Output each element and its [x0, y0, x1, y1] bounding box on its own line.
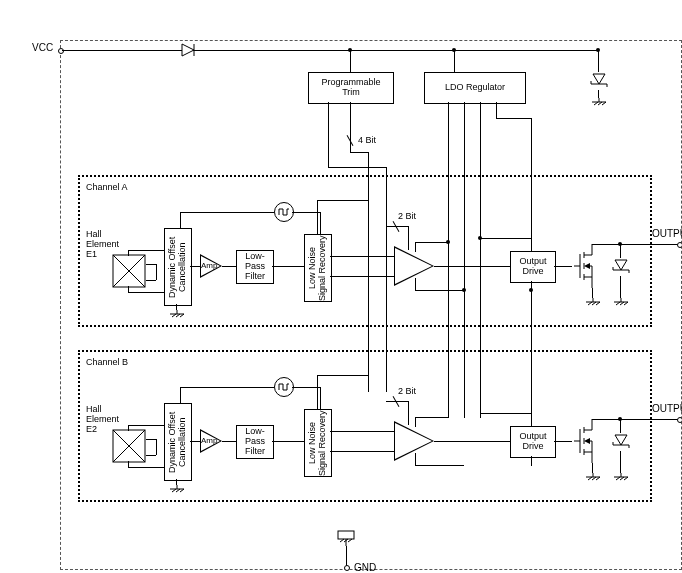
vcc-zener	[590, 72, 608, 96]
wire	[415, 278, 416, 290]
wire	[554, 441, 572, 442]
outputb-label: OUTPUTB	[652, 403, 682, 414]
wire	[292, 387, 320, 388]
wire	[146, 280, 156, 281]
wire	[592, 419, 678, 420]
output-zener-a	[612, 258, 630, 282]
wire	[620, 419, 621, 433]
gnd-icon	[168, 485, 186, 497]
wire	[317, 375, 368, 376]
wire	[415, 290, 464, 291]
wire	[330, 256, 394, 257]
wire	[190, 441, 200, 442]
wire	[598, 50, 599, 72]
gnd-icon	[612, 473, 630, 485]
svg-marker-62	[584, 438, 590, 444]
wire	[146, 264, 156, 265]
wire	[350, 152, 368, 153]
wire	[415, 465, 464, 466]
outputa-pin	[677, 242, 682, 248]
wire	[320, 387, 321, 409]
output-drive-b-block: Output Drive	[510, 426, 556, 458]
wire	[598, 90, 599, 98]
wire	[531, 456, 532, 466]
wire	[317, 200, 318, 234]
lpf-b-block: Low- Pass Filter	[236, 425, 274, 459]
wire	[128, 292, 164, 293]
outputa-label: OUTPUTA	[652, 228, 682, 239]
vcc-diode	[180, 42, 204, 62]
wire	[156, 439, 157, 455]
gnd-icon	[612, 298, 630, 310]
wire	[620, 276, 621, 298]
wire	[328, 167, 386, 168]
wire	[496, 118, 531, 119]
wire	[415, 242, 448, 243]
bus-2bit-a-label: 2 Bit	[398, 212, 416, 222]
doc-a-block: Dynamic Offset Cancellation	[164, 228, 192, 306]
mosfet-b	[572, 419, 600, 467]
wire	[180, 212, 274, 213]
wire	[415, 242, 416, 252]
recovery-b-block: Low Noise Signal Recovery	[304, 409, 332, 477]
hall-element-e1	[112, 254, 146, 288]
gnd-icon	[168, 310, 186, 322]
clock-b-icon	[274, 377, 294, 397]
wire	[222, 266, 236, 267]
ldo-regulator-block: LDO Regulator	[424, 72, 526, 104]
bus-2bit-b-label: 2 Bit	[398, 387, 416, 397]
channel-a-title: Channel A	[86, 183, 128, 193]
wire	[317, 200, 368, 201]
gnd-icon	[590, 98, 608, 110]
wire	[434, 441, 510, 442]
wire	[346, 546, 347, 566]
wire	[592, 244, 678, 245]
wire	[496, 102, 497, 118]
mosfet-a	[572, 244, 600, 292]
recovery-a-block: Low Noise Signal Recovery	[304, 234, 332, 302]
gnd-pin	[344, 565, 350, 571]
wire	[592, 463, 593, 473]
wire	[128, 467, 164, 468]
wire	[146, 455, 156, 456]
node	[529, 288, 533, 292]
bus-4bit-label: 4 Bit	[358, 136, 376, 146]
wire	[317, 375, 318, 409]
vcc-label: VCC	[32, 42, 53, 53]
node	[462, 288, 466, 292]
node	[446, 240, 450, 244]
wire	[554, 266, 572, 267]
lpf-a-block: Low- Pass Filter	[236, 250, 274, 284]
gnd-icon	[334, 530, 358, 546]
vcc-pin	[58, 48, 64, 54]
hall-element-e2	[112, 429, 146, 463]
svg-marker-70	[615, 435, 627, 445]
wire	[330, 451, 394, 452]
wire	[620, 244, 621, 258]
node	[478, 236, 482, 240]
wire	[180, 387, 181, 403]
outputb-pin	[677, 417, 682, 423]
gnd-icon	[584, 473, 602, 485]
vcc-rail	[62, 50, 598, 51]
clock-a-icon	[274, 202, 294, 222]
wire	[480, 238, 531, 239]
wire	[180, 387, 274, 388]
wire	[272, 266, 304, 267]
wire	[128, 250, 164, 251]
wire	[292, 212, 320, 213]
channel-b-title: Channel B	[86, 358, 128, 368]
wire	[620, 451, 621, 473]
wire	[531, 413, 532, 426]
wire	[454, 50, 455, 72]
wire	[146, 439, 156, 440]
block-diagram: VCC Programmable Trim LDO Regulator 4 Bi…	[20, 20, 682, 573]
wire	[330, 431, 394, 432]
comparator-a	[394, 246, 434, 286]
gnd-label: GND	[354, 562, 376, 573]
wire	[156, 264, 157, 280]
amp-b-label: Amp	[201, 437, 217, 446]
wire	[222, 441, 236, 442]
svg-marker-28	[584, 263, 590, 269]
wire	[180, 212, 181, 228]
